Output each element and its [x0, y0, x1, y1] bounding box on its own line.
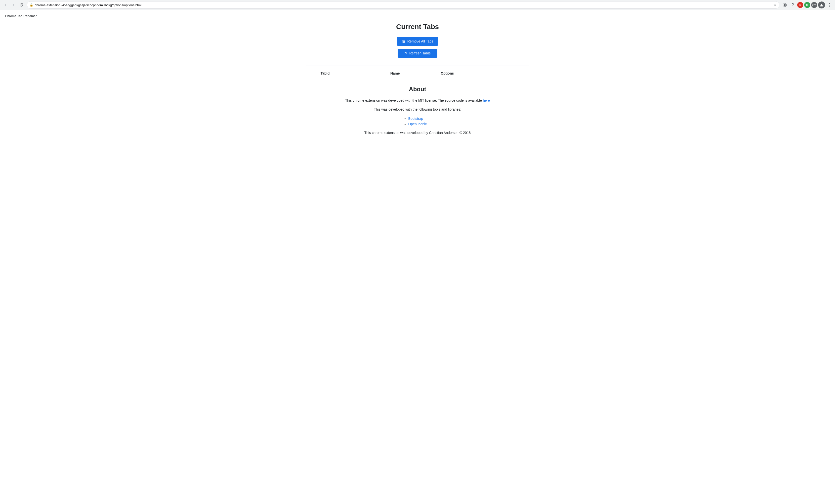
url-input[interactable] [35, 3, 772, 7]
bookmark-icon[interactable]: ☆ [773, 3, 777, 7]
about-heading: About [306, 86, 529, 93]
svg-rect-1 [784, 4, 786, 6]
options-header: Options [436, 68, 529, 78]
refresh-table-button[interactable]: ↻ Refresh Table [398, 49, 437, 58]
bootstrap-link[interactable]: Bootstrap [408, 117, 423, 121]
list-item: Open Iconic [408, 121, 427, 127]
tabs-table: TabId Name Options [306, 68, 529, 78]
buttons-container: 🗑 Remove All Tabs ↻ Refresh Table [306, 37, 529, 61]
name-header: Name [386, 68, 437, 78]
browser-chrome: 🔒 ☆ ? S G CTR ⋮ [0, 0, 835, 10]
help-button[interactable]: ? [789, 1, 796, 8]
refresh-button[interactable] [18, 1, 25, 8]
lock-icon: 🔒 [29, 3, 33, 7]
forward-button[interactable] [10, 1, 17, 8]
back-button[interactable] [2, 1, 9, 8]
refresh-icon: ↻ [404, 51, 407, 55]
tools-list: Bootstrap Open Iconic [408, 116, 427, 127]
source-code-link[interactable]: here [483, 98, 490, 102]
list-item: Bootstrap [408, 116, 427, 121]
address-bar[interactable]: 🔒 ☆ [27, 1, 779, 9]
remove-all-tabs-button[interactable]: 🗑 Remove All Tabs [397, 37, 438, 46]
tabid-header: TabId [306, 68, 386, 78]
app-title: Chrome Tab Renamer [5, 14, 830, 18]
extension-icon-green[interactable]: G [804, 2, 810, 8]
menu-button[interactable]: ⋮ [826, 1, 833, 8]
page-content: Chrome Tab Renamer Current Tabs 🗑 Remove… [0, 10, 835, 494]
main-container: Current Tabs 🗑 Remove All Tabs ↻ Refresh… [306, 23, 529, 135]
table-header: TabId Name Options [306, 68, 529, 78]
svg-point-2 [821, 4, 822, 5]
toolbar-right: ? S G CTR ⋮ [781, 1, 833, 8]
copyright-text: This chrome extension was developed by C… [306, 131, 529, 135]
profile-button[interactable] [818, 1, 825, 8]
open-iconic-link[interactable]: Open Iconic [408, 122, 427, 126]
extension-icon-ctr[interactable]: CTR [811, 2, 817, 8]
current-tabs-heading: Current Tabs [306, 23, 529, 31]
browser-toolbar: 🔒 ☆ ? S G CTR ⋮ [0, 0, 835, 10]
extension-icon-red[interactable]: S [797, 2, 803, 8]
tools-intro-text: This was developed with the following to… [306, 107, 529, 112]
trash-icon: 🗑 [402, 39, 405, 43]
about-description: This chrome extension was developed with… [306, 98, 529, 103]
extensions-button[interactable] [781, 1, 788, 8]
